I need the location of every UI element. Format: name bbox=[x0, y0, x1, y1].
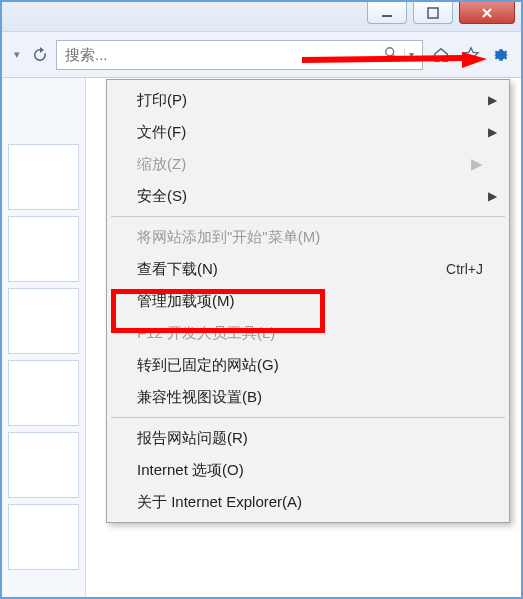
menu-security[interactable]: 安全(S) ▶ bbox=[109, 180, 507, 212]
menu-separator bbox=[111, 216, 505, 217]
menu-label: 将网站添加到"开始"菜单(M) bbox=[137, 228, 483, 247]
search-provider-dropdown[interactable]: ▾ bbox=[404, 49, 414, 60]
menu-pinned-sites[interactable]: 转到已固定的网站(G) bbox=[109, 349, 507, 381]
menu-print[interactable]: 打印(P) ▶ bbox=[109, 84, 507, 116]
menu-label: 兼容性视图设置(B) bbox=[137, 388, 483, 407]
close-icon bbox=[480, 6, 494, 20]
tools-menu: 打印(P) ▶ 文件(F) ▶ 缩放(Z) ▶ 安全(S) ▶ 将网站添加到"开… bbox=[106, 79, 510, 523]
tab-thumbnail[interactable] bbox=[8, 432, 79, 498]
submenu-arrow-icon: ▶ bbox=[488, 93, 497, 107]
tab-thumbnail[interactable] bbox=[8, 288, 79, 354]
menu-label: 查看下载(N) bbox=[137, 260, 446, 279]
tab-sidebar bbox=[2, 78, 86, 597]
menu-add-to-start: 将网站添加到"开始"菜单(M) bbox=[109, 221, 507, 253]
menu-shortcut: Ctrl+J bbox=[446, 261, 483, 277]
menu-file[interactable]: 文件(F) ▶ bbox=[109, 116, 507, 148]
menu-label: 打印(P) bbox=[137, 91, 483, 110]
menu-label: 文件(F) bbox=[137, 123, 483, 142]
submenu-arrow-icon: ▶ bbox=[471, 155, 483, 173]
menu-view-downloads[interactable]: 查看下载(N) Ctrl+J bbox=[109, 253, 507, 285]
menu-manage-addons[interactable]: 管理加载项(M) bbox=[109, 285, 507, 317]
menu-label: Internet 选项(O) bbox=[137, 461, 483, 480]
tools-gear-button[interactable] bbox=[489, 43, 513, 67]
menu-separator bbox=[111, 417, 505, 418]
menu-label: 安全(S) bbox=[137, 187, 483, 206]
close-button[interactable] bbox=[459, 2, 515, 24]
menu-label: F12 开发人员工具(L) bbox=[137, 324, 483, 343]
menu-f12-tools: F12 开发人员工具(L) bbox=[109, 317, 507, 349]
star-icon bbox=[462, 46, 480, 64]
favorites-button[interactable] bbox=[459, 43, 483, 67]
home-icon bbox=[432, 46, 450, 64]
tab-thumbnail[interactable] bbox=[8, 144, 79, 210]
menu-label: 管理加载项(M) bbox=[137, 292, 483, 311]
menu-compat-view[interactable]: 兼容性视图设置(B) bbox=[109, 381, 507, 413]
browser-toolbar: ▾ ▾ bbox=[2, 32, 521, 78]
search-box[interactable]: ▾ bbox=[56, 40, 423, 70]
nav-dropdown-icon[interactable]: ▾ bbox=[10, 48, 24, 61]
gear-icon bbox=[491, 45, 511, 65]
refresh-button[interactable] bbox=[30, 45, 50, 65]
refresh-icon bbox=[32, 47, 48, 63]
menu-label: 缩放(Z) bbox=[137, 155, 471, 174]
submenu-arrow-icon: ▶ bbox=[488, 125, 497, 139]
tab-thumbnail[interactable] bbox=[8, 360, 79, 426]
home-button[interactable] bbox=[429, 43, 453, 67]
svg-line-5 bbox=[393, 55, 397, 59]
minimize-icon bbox=[381, 7, 393, 19]
svg-rect-0 bbox=[382, 15, 392, 17]
menu-zoom: 缩放(Z) ▶ bbox=[109, 148, 507, 180]
menu-report-problem[interactable]: 报告网站问题(R) bbox=[109, 422, 507, 454]
menu-label: 转到已固定的网站(G) bbox=[137, 356, 483, 375]
search-input[interactable] bbox=[65, 46, 378, 63]
submenu-arrow-icon: ▶ bbox=[488, 189, 497, 203]
menu-about[interactable]: 关于 Internet Explorer(A) bbox=[109, 486, 507, 518]
menu-label: 关于 Internet Explorer(A) bbox=[137, 493, 483, 512]
svg-rect-1 bbox=[428, 8, 438, 18]
svg-point-4 bbox=[386, 48, 394, 56]
maximize-button[interactable] bbox=[413, 2, 453, 24]
maximize-icon bbox=[427, 7, 439, 19]
tab-thumbnail[interactable] bbox=[8, 504, 79, 570]
minimize-button[interactable] bbox=[367, 2, 407, 24]
window-title-bar bbox=[2, 2, 521, 32]
search-icon[interactable] bbox=[378, 46, 404, 63]
tab-thumbnail[interactable] bbox=[8, 216, 79, 282]
menu-internet-options[interactable]: Internet 选项(O) bbox=[109, 454, 507, 486]
menu-label: 报告网站问题(R) bbox=[137, 429, 483, 448]
